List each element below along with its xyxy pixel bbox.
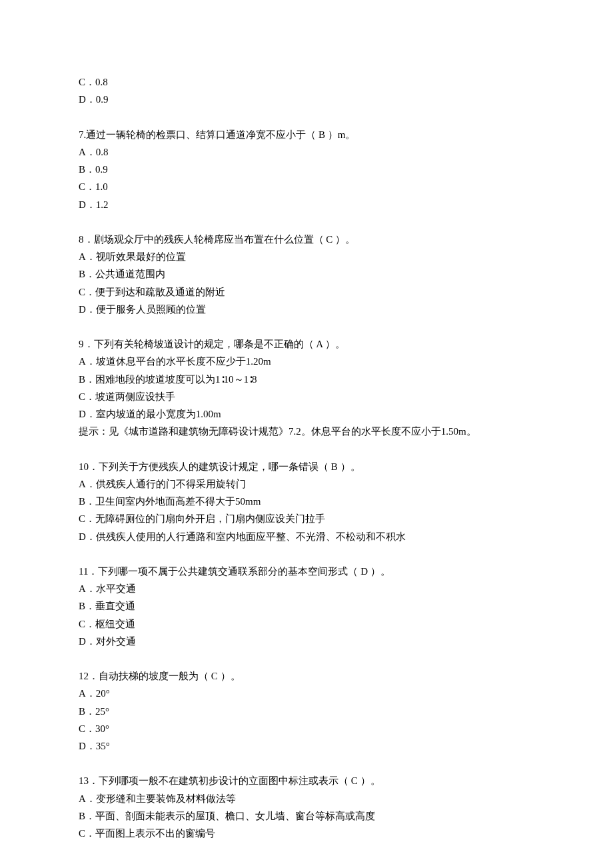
blank-line <box>79 650 534 667</box>
text-line: B．公共通道范围内 <box>79 265 534 283</box>
text-line: D．室内坡道的最小宽度为1.00m <box>79 405 534 423</box>
text-line: C．30° <box>79 720 534 737</box>
text-line: A．20° <box>79 685 534 702</box>
text-line: 提示：见《城市道路和建筑物无障碍设计规范》7.2。休息平台的水平长度不应小于1.… <box>79 423 534 440</box>
text-line: D．0.9 <box>79 91 534 108</box>
text-line: A．视听效果最好的位置 <box>79 248 534 265</box>
text-line: B．0.9 <box>79 161 534 178</box>
blank-line <box>79 318 534 335</box>
blank-line <box>79 109 534 126</box>
text-line: A．坡道休息平台的水平长度不应少于1.20m <box>79 353 534 370</box>
text-line: B．垂直交通 <box>79 597 534 615</box>
text-line: C．坡道两侧应设扶手 <box>79 388 534 405</box>
document-page: C．0.8D．0.97.通过一辆轮椅的检票口、结算口通道净宽不应小于（ B ）m… <box>0 0 613 842</box>
text-line: D．便于服务人员照顾的位置 <box>79 301 534 318</box>
text-line: A．供残疾人通行的门不得采用旋转门 <box>79 475 534 493</box>
blank-line <box>79 213 534 231</box>
text-line: C．枢纽交通 <box>79 615 534 633</box>
blank-line <box>79 755 534 772</box>
text-line: 8．剧场观众厅中的残疾人轮椅席应当布置在什么位置（ C ）。 <box>79 231 534 248</box>
text-line: 9．下列有关轮椅坡道设计的规定，哪条是不正确的（ A ）。 <box>79 335 534 353</box>
text-line: C．0.8 <box>79 73 534 91</box>
text-line: 11．下列哪一项不属于公共建筑交通联系部分的基本空间形式（ D ）。 <box>79 563 534 580</box>
text-line: D．对外交通 <box>79 633 534 650</box>
text-line: D．供残疾人使用的人行通路和室内地面应平整、不光滑、不松动和不积水 <box>79 528 534 545</box>
text-line: 10．下列关于方便残疾人的建筑设计规定，哪一条错误（ B ）。 <box>79 458 534 475</box>
text-line: B．卫生间室内外地面高差不得大于50mm <box>79 493 534 510</box>
text-line: 12．自动扶梯的坡度一般为（ C ）。 <box>79 667 534 685</box>
text-line: D．1.2 <box>79 196 534 213</box>
text-line: C．平面图上表示不出的窗编号 <box>79 825 534 842</box>
text-line: A．水平交通 <box>79 580 534 597</box>
text-line: C．1.0 <box>79 178 534 195</box>
text-line: C．无障碍厕位的门扇向外开启，门扇内侧应设关门拉手 <box>79 510 534 527</box>
text-line: D．35° <box>79 737 534 755</box>
text-line: C．便于到达和疏散及通道的附近 <box>79 283 534 301</box>
text-line: B．25° <box>79 703 534 720</box>
blank-line <box>79 545 534 563</box>
text-line: B．平面、剖面未能表示的屋顶、檐口、女儿墙、窗台等标高或高度 <box>79 807 534 825</box>
text-line: A．0.8 <box>79 143 534 161</box>
text-line: B．困难地段的坡道坡度可以为1∶10～1∶8 <box>79 371 534 388</box>
text-line: 7.通过一辆轮椅的检票口、结算口通道净宽不应小于（ B ）m。 <box>79 126 534 143</box>
text-line: A．变形缝和主要装饰及材料做法等 <box>79 790 534 807</box>
blank-line <box>79 441 534 458</box>
text-line: 13．下列哪项一般不在建筑初步设计的立面图中标注或表示（ C ）。 <box>79 772 534 789</box>
